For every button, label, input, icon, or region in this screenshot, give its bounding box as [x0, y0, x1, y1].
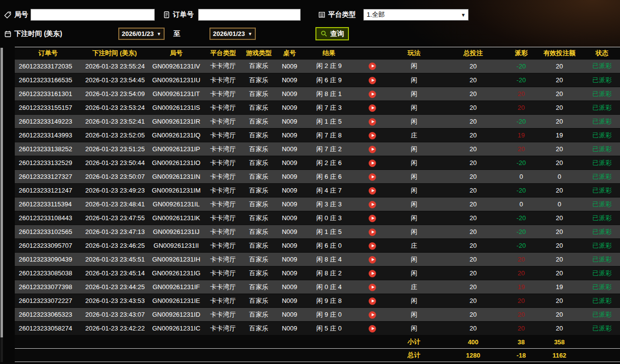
platform-cell: 卡卡湾厅	[205, 73, 241, 87]
total-bet-cell: 20	[439, 87, 508, 101]
replay-cell	[355, 294, 389, 308]
round-id-cell: GN009261231IP	[148, 142, 205, 156]
status-cell: 已派彩	[584, 156, 620, 170]
bet-records-table: 订单号下注时间 (美东)局号平台类型游戏类型桌号结果玩法总投注派彩有效投注额状态…	[15, 47, 620, 362]
footer-payout: -18	[508, 349, 535, 362]
play-icon[interactable]	[369, 325, 376, 332]
table-no-cell: N009	[276, 170, 303, 184]
play-icon[interactable]	[369, 173, 376, 181]
status-cell: 已派彩	[584, 225, 620, 239]
play-icon[interactable]	[369, 187, 376, 195]
valid-bet-cell: 20	[535, 184, 584, 198]
table-no-cell: N009	[276, 239, 303, 253]
play-icon[interactable]	[369, 256, 376, 264]
table-no-cell: N009	[276, 184, 303, 198]
play-icon[interactable]	[369, 146, 376, 153]
chevron-down-icon: ▼	[461, 12, 466, 18]
play-icon[interactable]	[369, 132, 376, 139]
play-icon[interactable]	[369, 298, 376, 305]
bet-time-cell: 2026-01-23 23:47:55	[81, 211, 148, 225]
play-icon[interactable]	[369, 284, 376, 291]
total-bet-cell: 20	[439, 101, 508, 115]
column-header: 局号	[148, 47, 205, 60]
total-bet-cell: 20	[439, 322, 508, 335]
bet-time-cell: 2026-01-23 23:50:44	[81, 156, 148, 170]
play-icon[interactable]	[369, 311, 376, 319]
column-header: 订单号	[15, 47, 81, 60]
status-cell: 已派彩	[584, 129, 620, 142]
play-icon[interactable]	[369, 118, 376, 126]
total-bet-cell: 20	[439, 142, 508, 156]
valid-bet-cell: 20	[535, 308, 584, 322]
valid-bet-cell: 20	[535, 225, 584, 239]
query-button[interactable]: 查询	[315, 27, 349, 40]
order-input[interactable]	[198, 9, 301, 21]
footer-label: 小计	[389, 335, 439, 349]
order-id-cell: 260123233127327	[15, 170, 81, 184]
status-cell: 已派彩	[584, 211, 620, 225]
result-cell: 闲 1 庄 5	[303, 115, 355, 129]
valid-bet-cell: 19	[535, 129, 584, 142]
total-bet-cell: 20	[439, 225, 508, 239]
play-icon[interactable]	[369, 215, 376, 222]
play-cell: 闲	[389, 253, 439, 266]
round-id-cell: GN009261231IG	[148, 266, 205, 280]
play-icon[interactable]	[369, 77, 376, 84]
valid-bet-cell: 20	[535, 60, 584, 73]
calendar-icon	[4, 30, 12, 38]
play-cell: 闲	[389, 87, 439, 101]
total-bet-cell: 20	[439, 73, 508, 87]
result-cell: 闲 8 庄 4	[303, 253, 355, 266]
platform-filter-group: 平台类型	[318, 8, 356, 21]
column-header: 下注时间 (美东)	[81, 47, 148, 60]
valid-bet-cell: 20	[535, 142, 584, 156]
play-icon[interactable]	[369, 63, 376, 70]
play-cell: 闲	[389, 294, 439, 308]
date-from-picker[interactable]: 2026/01/23 ▼	[118, 28, 165, 40]
play-icon[interactable]	[369, 160, 376, 167]
payout-cell: 19	[508, 129, 535, 142]
platform-cell: 卡卡湾厅	[205, 280, 241, 294]
footer-status-spacer	[584, 335, 620, 349]
date-to-picker[interactable]: 2026/01/23 ▼	[209, 28, 256, 40]
result-cell: 闲 9 庄 8	[303, 294, 355, 308]
play-icon[interactable]	[369, 201, 376, 208]
filter-bar: 局号 订单号 平台类型 1.全部 ▼ 下注时间 (美东) 2026/01/23 …	[0, 0, 620, 47]
play-cell: 闲	[389, 60, 439, 73]
round-id-cell: GN009261231IS	[148, 101, 205, 115]
total-bet-cell: 20	[439, 239, 508, 253]
table-row: 2601232330850382026-01-23 23:45:14GN0092…	[15, 266, 620, 280]
column-header: 玩法	[389, 47, 439, 60]
payout-cell: 0	[508, 170, 535, 184]
valid-bet-cell: 20	[535, 211, 584, 225]
replay-cell	[355, 225, 389, 239]
round-id-cell: GN009261231IU	[148, 73, 205, 87]
round-input[interactable]	[31, 9, 155, 21]
platform-select[interactable]: 1.全部 ▼	[363, 9, 469, 21]
play-icon[interactable]	[369, 104, 376, 112]
result-cell: 闲 2 庄 6	[303, 156, 355, 170]
play-icon[interactable]	[369, 229, 376, 236]
subtotal-row: 小计40038358	[15, 335, 620, 349]
play-icon[interactable]	[369, 270, 376, 277]
order-id-cell: 260123233085038	[15, 266, 81, 280]
bet-time-cell: 2026-01-23 23:52:41	[81, 115, 148, 129]
bet-time-cell: 2026-01-23 23:43:53	[81, 294, 148, 308]
payout-cell: -20	[508, 184, 535, 198]
payout-cell: 0	[508, 198, 535, 211]
result-cell: 闲 6 庄 6	[303, 170, 355, 184]
scrollbar-thumb[interactable]	[0, 48, 3, 337]
grand-total-row: 总计1280-181162	[15, 349, 620, 362]
play-icon[interactable]	[369, 91, 376, 98]
round-id-cell: GN009261231IR	[148, 115, 205, 129]
table-row: 2601232330957072026-01-23 23:46:25GN0092…	[15, 239, 620, 253]
play-icon[interactable]	[369, 242, 376, 250]
to-label: 至	[173, 28, 180, 40]
vertical-scrollbar[interactable]	[0, 48, 3, 362]
status-cell: 已派彩	[584, 322, 620, 335]
list-icon	[318, 11, 326, 19]
order-id-cell: 260123233090439	[15, 253, 81, 266]
round-id-cell: GN009261231ID	[148, 308, 205, 322]
play-cell: 闲	[389, 211, 439, 225]
footer-total-bet: 1280	[439, 349, 508, 362]
